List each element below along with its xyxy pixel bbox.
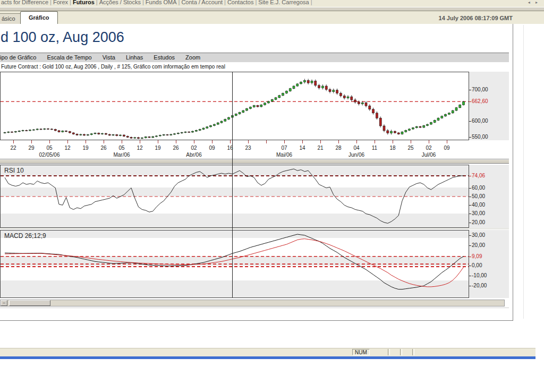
date-label: 26 (169, 145, 183, 151)
menu-item-estudos[interactable]: Estudos (154, 54, 175, 61)
date-label: 02 (187, 145, 201, 151)
tab-basico[interactable]: ásico (0, 13, 22, 24)
nav-scroll-arrows-icon[interactable]: ◂ ▸ (528, 0, 540, 5)
nav-item-acts-for-difference[interactable]: acts for Difference (1, 0, 48, 5)
header-separator (0, 7, 544, 11)
content-right-border (513, 24, 513, 321)
top-navigation: acts for Difference|Forex|Futuros|Acções… (0, 0, 544, 7)
macd-axis-label-0: 0,00 (469, 262, 482, 268)
menu-item-ipo-de-gr-fico[interactable]: ipo de Gráfico (0, 54, 36, 61)
date-tick (302, 140, 303, 143)
date-label: 29 (24, 145, 38, 151)
status-divider (400, 349, 402, 355)
page-title: old 100 oz, Aug 2006 (0, 29, 124, 46)
macd-axis-label--10: -10,00 (469, 272, 487, 278)
chart-horizontal-scrollbar[interactable]: – (0, 300, 505, 306)
num-lock-indicator: NUM (352, 349, 370, 355)
date-tick (158, 140, 158, 143)
date-tick (104, 140, 104, 143)
panel-gap (0, 228, 509, 229)
rsi-axis-label-60: 60,00 (469, 185, 485, 191)
content-bottom-border (0, 320, 513, 321)
tab-row: ásico Gráfico 14 July 2006 08:17:09 GMT (0, 11, 544, 24)
date-tick (375, 140, 375, 143)
nav-item-conta-account[interactable]: Conta / Account (181, 0, 223, 5)
menu-item-vista[interactable]: Vista (103, 54, 115, 61)
month-label: Mai/06 (268, 152, 300, 158)
macd-axis-label-30: 30,00 (469, 232, 485, 238)
date-label: 05 (42, 145, 56, 151)
chart-widget: 700,00662,60600,00550,00 22290502/05/061… (0, 72, 509, 311)
date-label: 07 (277, 145, 291, 151)
date-tick (266, 140, 267, 143)
month-label: Abr/06 (178, 152, 210, 158)
date-label: 11 (368, 145, 381, 151)
nav-item-site-e-j-carregosa[interactable]: Site E.J. Carregosa (258, 0, 309, 5)
date-label: 25 (404, 145, 418, 151)
date-label: 19 (79, 145, 92, 151)
nav-separator: | (95, 0, 99, 5)
macd-axis-label-9.09: 9,09 (469, 253, 482, 259)
tab-grafico[interactable]: Gráfico (20, 11, 58, 24)
menu-item-zoom[interactable]: Zoom (185, 54, 200, 61)
date-tick (411, 140, 411, 143)
date-label: 26 (97, 145, 110, 151)
date-tick (248, 140, 249, 143)
date-label: 22 (6, 145, 20, 151)
date-tick (429, 140, 429, 143)
candle-axis-label-550: 550,00 (469, 134, 488, 140)
chart-bottom-edge (0, 308, 509, 308)
chart-menubar: ipo de GráficoEscala de TempoVistaLinhas… (0, 53, 509, 62)
screen: acts for Difference|Forex|Futuros|Acções… (0, 0, 544, 392)
date-tick (320, 140, 321, 143)
scrollbar-thumb[interactable] (9, 300, 50, 306)
content-area: old 100 oz, Aug 2006 ipo de GráficoEscal… (0, 24, 513, 321)
date-tick (49, 140, 50, 143)
rsi-axis-label-50: 50,00 (469, 193, 485, 199)
crosshair-line (232, 72, 233, 297)
date-label: 23 (241, 145, 255, 151)
date-tick (176, 140, 176, 143)
date-label: 12 (133, 145, 147, 151)
candle-axis-label-600: 600,00 (469, 118, 488, 124)
nav-separator: | (68, 0, 73, 5)
date-label: 21 (313, 145, 327, 151)
date-tick (31, 140, 32, 143)
price-axis: 700,00662,60600,00550,00 (469, 72, 509, 140)
month-label: Jun/06 (341, 152, 372, 158)
macd-axis: 30,0020,009,090,00-10,00-20,00 (469, 230, 509, 298)
nav-item-funds-oma[interactable]: Funds OMA (146, 0, 177, 5)
date-label: 09 (205, 145, 219, 151)
date-label: 14 (295, 145, 309, 151)
date-label: 12 (61, 145, 74, 151)
candle-axis-label-700: 700,00 (469, 87, 488, 92)
contract-info-line: Future Contract : Gold 100 oz, Aug 2006 … (1, 64, 225, 70)
menu-item-linhas[interactable]: Linhas (126, 54, 143, 61)
nav-item-forex[interactable]: Forex (53, 0, 68, 5)
date-tick (393, 140, 393, 143)
date-tick (140, 140, 140, 143)
nav-separator: | (309, 0, 314, 5)
date-tick (86, 140, 86, 143)
panel-splitter[interactable] (0, 159, 509, 164)
macd-panel[interactable]: MACD 26;12;9 (0, 230, 469, 298)
nav-item-futuros[interactable]: Futuros (73, 0, 95, 5)
status-divider (412, 349, 414, 355)
date-tick (284, 140, 285, 143)
rsi-panel[interactable]: RSI 10 (0, 165, 469, 228)
scrollbar-split-button[interactable]: – (1, 300, 7, 306)
date-tick (13, 140, 14, 143)
status-bar: uído NUM (0, 348, 536, 356)
nav-separator: | (223, 0, 227, 5)
menu-item-escala-de-tempo[interactable]: Escala de Tempo (47, 54, 91, 61)
nav-item-contactos[interactable]: Contactos (227, 0, 254, 5)
nav-item-ac-es-stocks[interactable]: Acções / Stocks (99, 0, 141, 5)
date-label: 28 (332, 145, 345, 151)
date-label: 02 (422, 145, 436, 151)
month-label: Jul/06 (413, 152, 445, 158)
candlestick-panel[interactable] (0, 72, 469, 140)
date-tick (194, 140, 194, 143)
date-label: 09 (440, 145, 454, 151)
date-tick (447, 140, 447, 143)
macd-axis-label--20: -20,00 (469, 283, 487, 288)
